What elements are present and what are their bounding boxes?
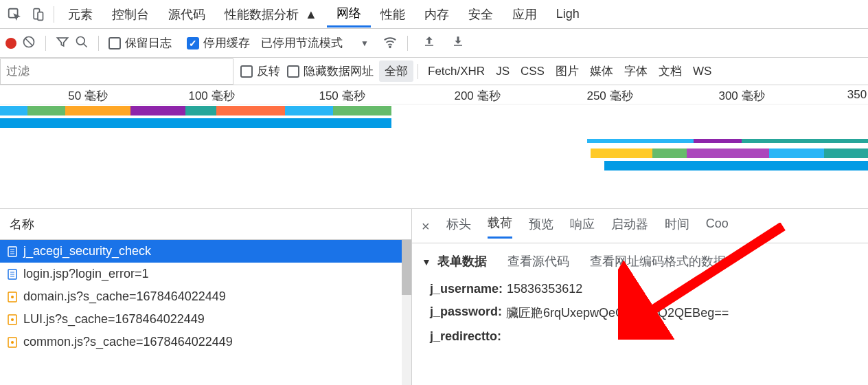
checkbox-icon [287, 65, 299, 78]
filter-type-font[interactable]: 字体 [619, 60, 653, 82]
checkbox-icon [187, 37, 199, 50]
form-value: 臟匠艵6rqUxepwQeGQEgVQ2QEBeg== [506, 305, 729, 321]
tab-application[interactable]: 应用 [503, 2, 547, 27]
tab-performance[interactable]: 性能 [371, 2, 415, 27]
filter-row: 反转 隐藏数据网址 全部 Fetch/XHR JS CSS 图片 媒体 字体 文… [0, 58, 868, 85]
section-header[interactable]: ▼ 表单数据 查看源代码 查看网址编码格式的数据 [422, 253, 858, 270]
chevron-down-icon[interactable]: ▼ [361, 38, 369, 48]
request-item[interactable]: LUI.js?s_cache=1678464022449 [0, 308, 402, 331]
invert-checkbox[interactable]: 反转 [240, 63, 280, 79]
filter-type-fetch-xhr[interactable]: Fetch/XHR [422, 62, 490, 81]
filter-type-ws[interactable]: WS [687, 62, 717, 81]
svg-point-19 [11, 318, 14, 321]
checkbox-icon [240, 65, 253, 78]
network-toolbar: 保留日志 停用缓存 已停用节流模式 ▼ [0, 29, 868, 58]
detail-tab-timing[interactable]: 时间 [665, 216, 689, 238]
clear-button[interactable] [22, 35, 36, 52]
disable-cache-checkbox[interactable]: 停用缓存 [187, 35, 250, 51]
detail-tab-cookies[interactable]: Coo [706, 217, 729, 236]
bottom-split: 名称 j_acegi_security_check login.jsp?logi… [0, 209, 868, 385]
form-field: j_password: 臟匠艵6rqUxepwQeGQEgVQ2QEBeg== [422, 300, 858, 325]
form-key: j_username: [430, 282, 503, 296]
waterfall-row [0, 106, 868, 117]
tab-label: 性能数据分析 [225, 8, 299, 21]
record-button[interactable] [5, 38, 16, 49]
network-conditions-icon[interactable] [382, 34, 398, 52]
waterfall-row [0, 118, 868, 129]
filter-type-js[interactable]: JS [490, 62, 515, 81]
time-ruler: 50 毫秒 100 毫秒 150 毫秒 200 毫秒 250 毫秒 300 毫秒… [0, 85, 868, 104]
form-key: j_redirectto: [430, 329, 501, 344]
invert-label: 反转 [257, 63, 280, 79]
tab-lighthouse[interactable]: Ligh [547, 3, 589, 25]
section-title: 表单数据 [437, 254, 487, 268]
filter-type-all[interactable]: 全部 [379, 60, 413, 82]
detail-tab-response[interactable]: 响应 [570, 216, 595, 238]
request-name: LUI.js?s_cache=1678464022449 [23, 312, 205, 327]
throttle-select[interactable]: 已停用节流模式 [261, 35, 343, 51]
scrollbar[interactable] [402, 240, 411, 385]
request-name: login.jsp?login_error=1 [23, 267, 149, 281]
form-field: j_redirectto: [422, 325, 858, 348]
close-icon[interactable]: × [422, 219, 430, 234]
request-item[interactable]: domain.js?s_cache=1678464022449 [0, 285, 402, 308]
time-tick: 50 毫秒 [68, 88, 108, 104]
download-har-icon[interactable] [446, 35, 470, 51]
request-name: domain.js?s_cache=1678464022449 [23, 289, 226, 304]
separator [407, 36, 408, 51]
tab-network[interactable]: 网络 [327, 1, 371, 28]
device-toggle-icon[interactable] [26, 4, 49, 25]
tab-security[interactable]: 安全 [459, 2, 503, 27]
preserve-log-label: 保留日志 [125, 35, 172, 51]
svg-point-21 [11, 341, 14, 344]
inspect-icon[interactable] [3, 4, 26, 25]
preserve-log-checkbox[interactable]: 保留日志 [108, 35, 172, 51]
separator [98, 36, 99, 51]
waterfall-row [0, 148, 868, 160]
filter-type-doc[interactable]: 文档 [653, 60, 687, 82]
tab-performance-insights[interactable]: 性能数据分析 ▲ [215, 2, 327, 27]
name-column-header[interactable]: 名称 [0, 209, 411, 240]
tab-memory[interactable]: 内存 [415, 2, 459, 27]
request-item[interactable]: j_acegi_security_check [0, 240, 402, 263]
waterfall-row [0, 136, 868, 147]
view-source-link[interactable]: 查看源代码 [507, 253, 569, 270]
form-field: j_username: 15836353612 [422, 278, 858, 300]
tab-sources[interactable]: 源代码 [159, 2, 215, 27]
detail-tab-payload[interactable]: 载荷 [488, 214, 512, 239]
svg-point-17 [11, 296, 14, 298]
waterfall-row [0, 161, 868, 172]
filter-input[interactable] [0, 58, 233, 85]
detail-tab-initiator[interactable]: 启动器 [611, 216, 648, 238]
filter-type-css[interactable]: CSS [515, 62, 550, 81]
separator [418, 64, 418, 79]
request-item[interactable]: common.js?s_cache=1678464022449 [0, 331, 402, 353]
request-name: common.js?s_cache=1678464022449 [23, 335, 233, 349]
detail-tab-preview[interactable]: 预览 [529, 216, 553, 238]
devtools-tabs: 元素 控制台 源代码 性能数据分析 ▲ 网络 性能 内存 安全 应用 Ligh [0, 0, 868, 29]
svg-point-4 [77, 36, 85, 45]
search-icon[interactable] [75, 35, 89, 52]
form-data-section: ▼ 表单数据 查看源代码 查看网址编码格式的数据 j_username: 158… [412, 243, 868, 358]
filter-type-media[interactable]: 媒体 [584, 60, 619, 82]
flask-icon: ▲ [305, 8, 317, 21]
time-tick: 350 [847, 88, 867, 102]
filter-type-img[interactable]: 图片 [550, 60, 584, 82]
tab-console[interactable]: 控制台 [102, 2, 159, 27]
timeline-overview[interactable]: 50 毫秒 100 毫秒 150 毫秒 200 毫秒 250 毫秒 300 毫秒… [0, 85, 868, 209]
chevron-down-icon: ▼ [422, 256, 431, 267]
request-detail-panel: × 标头 载荷 预览 响应 启动器 时间 Coo ▼ 表单数据 查看源代码 查看… [412, 209, 868, 385]
document-icon [7, 245, 18, 258]
svg-point-5 [389, 46, 391, 47]
script-icon [7, 314, 18, 326]
section-title-wrap: ▼ 表单数据 [422, 253, 487, 270]
upload-har-icon[interactable] [418, 35, 441, 51]
view-url-encoded-link[interactable]: 查看网址编码格式的数据 [590, 253, 726, 270]
detail-tab-headers[interactable]: 标头 [446, 216, 471, 238]
tab-elements[interactable]: 元素 [58, 2, 102, 27]
document-icon [7, 268, 18, 280]
filter-toggle-icon[interactable] [56, 35, 69, 52]
hide-data-urls-label: 隐藏数据网址 [304, 63, 374, 79]
hide-data-urls-checkbox[interactable]: 隐藏数据网址 [287, 63, 374, 79]
request-item[interactable]: login.jsp?login_error=1 [0, 263, 402, 285]
